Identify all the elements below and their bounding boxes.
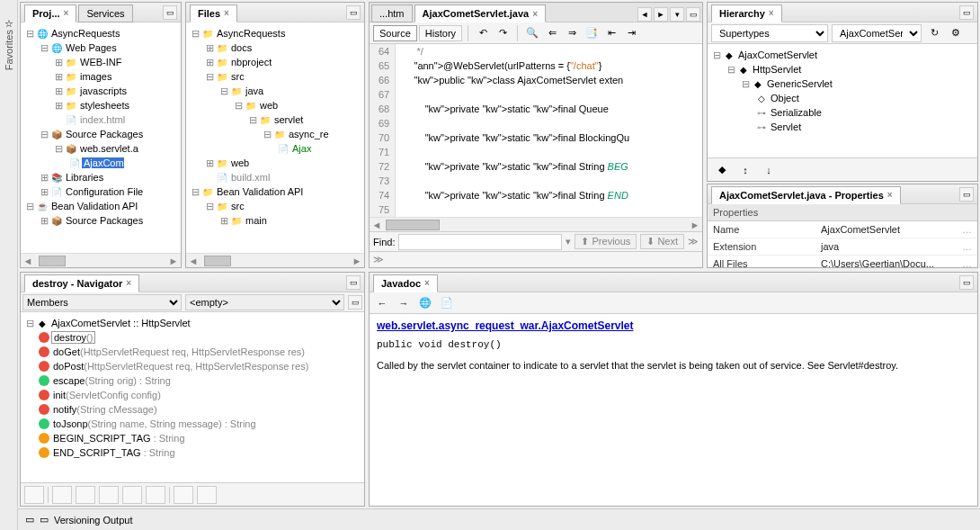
close-icon[interactable]: × [224,8,229,18]
javadoc-content: web.servlet.async_request_war.AjaxCometS… [370,314,977,506]
next-tab-icon[interactable]: ► [654,7,668,22]
window-icon[interactable]: ▭ [25,514,34,526]
navigator-method[interactable]: END_SCRIPT_TAG : String [24,445,361,460]
navigator-method[interactable]: notify(String cMessage) [24,402,361,417]
close-icon[interactable]: × [126,278,131,288]
navigator-method[interactable]: BEGIN_SCRIPT_TAG : String [24,431,361,445]
navigator-method[interactable]: doGet(HttpServletRequest req, HttpServle… [24,345,361,359]
javadoc-signature: public void destroy() [377,339,970,350]
prev-bookmark-icon[interactable]: ⇐ [543,24,561,42]
editor-toolbar: Source History ↶ ↷ 🔍 ⇐ ⇒ 📑 ⇤ ⇥ [370,22,702,44]
navigator-tree[interactable]: ⊟◆AjaxCometServlet :: HttpServlet destro… [21,312,364,482]
javadoc-class-link[interactable]: web.servlet.async_request_war.AjaxCometS… [377,319,970,332]
tab-htm[interactable]: ...htm [371,4,413,22]
source-icon[interactable]: 📄 [438,294,456,312]
filter2-icon[interactable] [52,486,72,504]
dropdown-icon[interactable]: ▾ [670,7,684,22]
find-bar: Find: ▾ ⬆ Previous ⬇ Next ≫ [370,231,702,251]
empty-select[interactable]: <empty> [185,294,344,310]
window2-icon[interactable]: ▭ [40,514,49,526]
forward-icon[interactable]: ↷ [494,24,512,42]
members-select[interactable]: Members [22,294,182,310]
class-select[interactable]: AjaxCometSer... [832,24,922,42]
navigator-panel: destroy - Navigator× ▭ Members <empty> ▭… [20,272,365,507]
history-button[interactable]: History [419,25,462,41]
filter3-icon[interactable] [76,486,95,504]
editor-hscroll[interactable]: ◄► [370,217,702,231]
tab-javadoc[interactable]: Javadoc× [373,274,438,292]
back-icon[interactable]: ← [373,294,391,312]
tab-hierarchy[interactable]: Hierarchy× [711,4,782,22]
previous-button[interactable]: ⬆ Previous [575,234,637,249]
find-icon[interactable]: 🔍 [523,24,541,42]
property-row[interactable]: Extensionjava … [708,238,977,256]
minimize-icon[interactable]: ▭ [959,187,974,202]
group-icon[interactable] [197,486,217,504]
settings-icon[interactable]: ⚙ [947,24,965,42]
properties-panel: AjaxCometServlet.java - Properties× ▭ Pr… [707,184,978,268]
next-bookmark-icon[interactable]: ⇒ [563,24,581,42]
favorites-sidebar: ☆ Favorites [0,0,18,530]
status-bar: ▭ ▭ Versioning Output [18,508,980,530]
minimize-icon[interactable]: ▭ [346,275,361,290]
hscroll[interactable]: ◄► [186,253,364,267]
maximize-icon[interactable]: ▭ [686,7,700,22]
close-icon[interactable]: × [64,8,69,18]
close-icon[interactable]: × [887,190,893,200]
files-tree[interactable]: ⊟📁AsyncRequests ⊞📁docs ⊞📁nbproject ⊟📁src… [186,22,364,253]
filter5-icon[interactable] [122,486,142,504]
navigator-method[interactable]: toJsonp(String name, String message) : S… [24,417,361,431]
properties-table: Properties NameAjaxCometServlet …Extensi… [708,204,977,267]
filter1-icon[interactable] [24,486,44,504]
close-icon[interactable]: × [424,278,430,288]
filter6-icon[interactable] [146,486,165,504]
hscroll[interactable]: ◄► [21,253,181,267]
minimize-icon[interactable]: ▭ [163,5,177,20]
minimize-icon[interactable]: ▭ [959,275,974,290]
minimize-icon[interactable]: ▭ [346,5,361,20]
navigator-method[interactable]: init(ServletConfig config) [24,388,361,402]
favorites-label[interactable]: Favorites [4,30,14,70]
versioning-output[interactable]: Versioning Output [54,515,132,526]
tab-projects[interactable]: Proj...× [24,4,76,22]
navigator-footer [21,482,364,506]
tab-navigator[interactable]: destroy - Navigator× [24,274,139,292]
settings-icon[interactable]: ▭ [348,295,362,310]
navigator-method[interactable]: doPost(HttpServletRequest req, HttpServl… [24,359,361,373]
star-icon[interactable]: ☆ [4,18,13,30]
hierarchy-tree[interactable]: ⊟◆AjaxCometServlet ⊟◆HttpServlet ⊟◆Gener… [708,44,977,157]
refresh-icon[interactable]: ↻ [925,24,943,42]
browser-icon[interactable]: 🌐 [416,294,434,312]
tab-services[interactable]: Services [78,4,132,22]
shift-left-icon[interactable]: ⇤ [602,24,620,42]
tab-ajaxcomet[interactable]: AjaxCometServlet.java× [414,4,546,22]
shift-right-icon[interactable]: ⇥ [622,24,640,42]
tab-properties[interactable]: AjaxCometServlet.java - Properties× [711,186,901,204]
files-panel: Files× ▭ ⊟📁AsyncRequests ⊞📁docs ⊞📁nbproj… [185,2,365,268]
filter-icon[interactable]: ◆ [713,161,731,179]
find-input[interactable] [398,234,562,250]
projects-tree[interactable]: ⊟🌐AsyncRequests ⊟🌐Web Pages ⊞📁WEB-INF ⊞📁… [21,22,181,253]
expand-icon[interactable]: ↓ [760,161,778,179]
property-row[interactable]: NameAjaxCometServlet … [708,221,977,238]
back-icon[interactable]: ↶ [474,24,492,42]
minimize-icon[interactable]: ▭ [959,5,974,20]
navigator-method[interactable]: escape(String orig) : String [24,373,361,388]
sort-icon[interactable] [174,486,193,504]
filter4-icon[interactable] [99,486,119,504]
next-button[interactable]: ⬇ Next [640,234,684,249]
close-icon[interactable]: × [769,8,774,18]
toggle-bookmark-icon[interactable]: 📑 [583,24,601,42]
prev-tab-icon[interactable]: ◄ [637,7,652,22]
find-options[interactable]: ≫ [370,251,702,267]
tab-files[interactable]: Files× [190,4,237,22]
hierarchy-panel: Hierarchy× ▭ Supertypes AjaxCometSer... … [707,2,978,182]
sort-icon[interactable]: ↕ [736,161,754,179]
property-row[interactable]: All FilesC:\Users\Geertjan\Docu... … [708,256,977,268]
code-editor[interactable]: 64656667686970717273747576777879 */ "ann… [370,44,702,217]
forward-icon[interactable]: → [395,294,413,312]
supertypes-select[interactable]: Supertypes [711,24,828,42]
close-icon[interactable]: × [532,9,538,19]
navigator-method[interactable]: destroy() [24,330,361,345]
source-button[interactable]: Source [373,25,417,41]
